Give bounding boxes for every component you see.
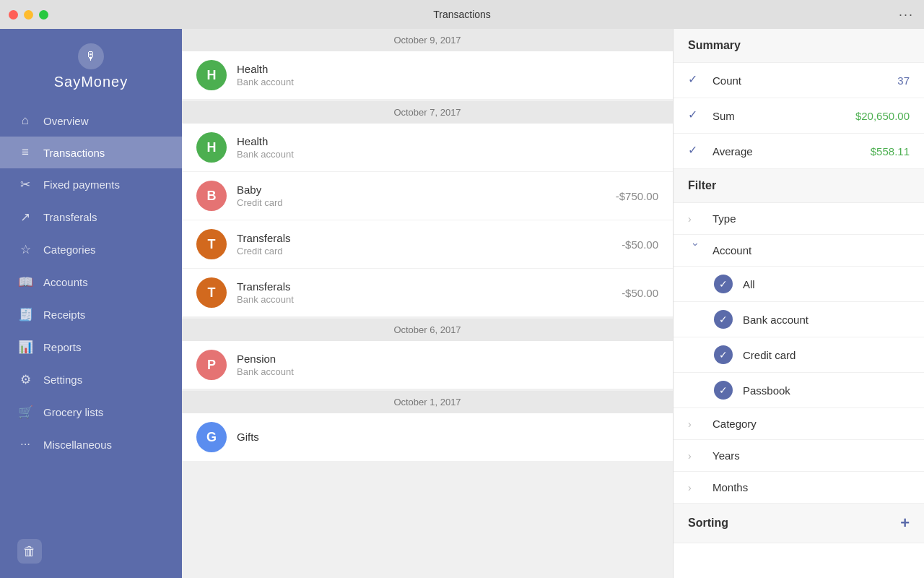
sidebar-item-categories[interactable]: ☆ Categories (0, 233, 182, 266)
check-circle-icon: ✓ (714, 310, 733, 329)
all-accounts-label: All (743, 278, 755, 290)
summary-header: Summary (674, 29, 924, 63)
filter-credit-card-item[interactable]: ✓ Credit card (674, 337, 924, 373)
sidebar-item-receipts[interactable]: 🧾 Receipts (0, 298, 182, 331)
transaction-name: Baby (237, 184, 616, 196)
sidebar-nav: ⌂ Overview ≡ Transactions ✂ Fixed paymen… (0, 98, 182, 530)
years-filter-row[interactable]: › Years (674, 440, 924, 472)
sorting-header: Sorting + (674, 504, 924, 543)
overview-icon: ⌂ (17, 113, 33, 128)
transaction-info: Gifts (237, 431, 658, 444)
delete-button[interactable]: 🗑 (17, 539, 42, 564)
check-circle-icon: ✓ (714, 345, 733, 364)
category-label: Category (712, 418, 910, 430)
average-label: Average (712, 145, 871, 158)
transferals-icon: ↗ (17, 210, 33, 225)
sidebar-item-accounts[interactable]: 📖 Accounts (0, 266, 182, 298)
table-row[interactable]: G Gifts (182, 413, 673, 462)
table-row[interactable]: B Baby Credit card -$750.00 (182, 172, 673, 220)
sidebar-item-label: Transactions (43, 147, 105, 159)
table-row[interactable]: T Transferals Credit card -$50.00 (182, 220, 673, 269)
table-row[interactable]: P Pension Bank account (182, 341, 673, 389)
transaction-amount: -$50.00 (622, 238, 658, 251)
sidebar-item-label: Miscellaneous (43, 439, 112, 451)
transaction-amount: -$50.00 (622, 287, 658, 299)
transactions-icon: ≡ (17, 145, 33, 160)
average-row: ✓ Average $558.11 (674, 134, 924, 169)
date-header: October 1, 2017 (182, 391, 673, 413)
chevron-right-icon: › (688, 450, 704, 462)
avatar: T (196, 277, 227, 308)
close-button[interactable] (9, 10, 18, 20)
sidebar-item-reports[interactable]: 📊 Reports (0, 331, 182, 363)
reports-icon: 📊 (17, 340, 33, 355)
filter-bank-account-item[interactable]: ✓ Bank account (674, 302, 924, 337)
sidebar-item-misc[interactable]: ··· Miscellaneous (0, 428, 182, 460)
avatar: T (196, 229, 227, 259)
sidebar-item-label: Overview (43, 115, 89, 127)
main-content: October 9, 2017 H Health Bank account Oc… (182, 29, 673, 578)
months-filter-row[interactable]: › Months (674, 472, 924, 504)
transaction-amount: -$750.00 (616, 190, 658, 202)
logo-icon: 🎙 (78, 43, 104, 69)
date-header: October 6, 2017 (182, 319, 673, 341)
check-icon: ✓ (688, 72, 704, 88)
sidebar-item-overview[interactable]: ⌂ Overview (0, 105, 182, 137)
sidebar-item-transactions[interactable]: ≡ Transactions (0, 137, 182, 168)
filter-all-item[interactable]: ✓ All (674, 267, 924, 302)
more-options-icon[interactable]: ··· (899, 7, 914, 22)
table-row[interactable]: H Health Bank account (182, 124, 673, 172)
sidebar-item-label: Accounts (43, 276, 88, 288)
sum-label: Sum (712, 110, 855, 122)
type-label: Type (712, 212, 910, 225)
sidebar-logo: 🎙 SayMoney (0, 29, 182, 98)
maximize-button[interactable] (39, 10, 48, 20)
filter-passbook-item[interactable]: ✓ Passbook (674, 373, 924, 408)
account-filter-row[interactable]: › Account (674, 235, 924, 267)
chevron-down-icon: › (690, 243, 702, 259)
transaction-info: Transferals Credit card (237, 232, 622, 256)
transaction-name: Transferals (237, 232, 622, 244)
check-icon: ✓ (688, 143, 704, 159)
transaction-info: Baby Credit card (237, 184, 616, 208)
sidebar-item-label: Receipts (43, 309, 85, 321)
receipts-icon: 🧾 (17, 307, 33, 322)
sum-value: $20,650.00 (855, 110, 910, 122)
chevron-right-icon: › (688, 482, 704, 493)
transaction-name: Pension (237, 353, 658, 365)
sidebar-item-settings[interactable]: ⚙ Settings (0, 363, 182, 396)
sidebar-bottom: 🗑 (0, 530, 182, 578)
sorting-label: Sorting (688, 517, 728, 530)
type-filter-row[interactable]: › Type (674, 203, 924, 235)
transaction-account: Bank account (237, 149, 658, 160)
minimize-button[interactable] (24, 10, 33, 20)
window-controls[interactable] (9, 10, 48, 20)
table-row[interactable]: T Transferals Bank account -$50.00 (182, 269, 673, 317)
sidebar: 🎙 SayMoney ⌂ Overview ≡ Transactions ✂ F… (0, 29, 182, 578)
sidebar-item-transferals[interactable]: ↗ Transferals (0, 201, 182, 233)
sidebar-item-label: Categories (43, 243, 96, 256)
fixed-payments-icon: ✂ (17, 177, 33, 192)
date-header: October 9, 2017 (182, 29, 673, 51)
transaction-info: Pension Bank account (237, 353, 658, 377)
misc-icon: ··· (17, 437, 33, 452)
passbook-label: Passbook (743, 384, 790, 397)
bank-account-label: Bank account (743, 314, 808, 326)
avatar: B (196, 181, 227, 211)
check-circle-icon: ✓ (714, 381, 733, 400)
sidebar-item-grocery[interactable]: 🛒 Grocery lists (0, 396, 182, 428)
categories-icon: ☆ (17, 242, 33, 257)
months-label: Months (712, 481, 910, 493)
avatar: P (196, 350, 227, 380)
average-value: $558.11 (871, 145, 910, 158)
transaction-group: October 7, 2017 H Health Bank account B … (182, 101, 673, 317)
add-sorting-button[interactable]: + (900, 514, 910, 532)
table-row[interactable]: H Health Bank account (182, 51, 673, 100)
sidebar-item-fixed-payments[interactable]: ✂ Fixed payments (0, 168, 182, 201)
filter-header: Filter (674, 169, 924, 203)
years-label: Years (712, 449, 910, 462)
transaction-account: Bank account (237, 366, 658, 377)
category-filter-row[interactable]: › Category (674, 408, 924, 440)
transaction-info: Health Bank account (237, 63, 658, 87)
window-title: Transactions (433, 9, 491, 20)
